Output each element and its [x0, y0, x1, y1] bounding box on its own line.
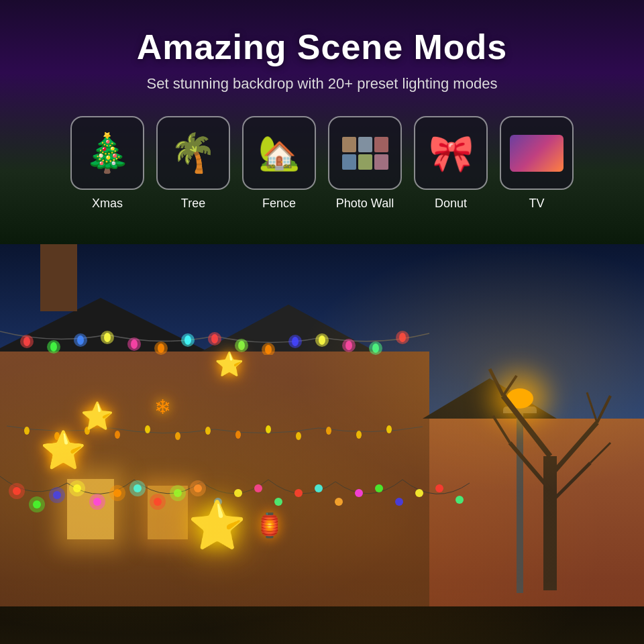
photo-cell-4: [342, 154, 356, 170]
svg-point-27: [342, 339, 356, 352]
scene-item-tv[interactable]: TV: [500, 116, 574, 211]
svg-point-83: [129, 480, 146, 496]
fence-icon-box[interactable]: 🏡: [242, 116, 316, 190]
photo-cell-2: [358, 137, 372, 152]
photo-cell-6: [374, 154, 388, 170]
fence-label: Fence: [262, 197, 296, 211]
svg-point-82: [109, 485, 125, 501]
svg-point-73: [395, 498, 403, 506]
svg-point-68: [294, 489, 303, 497]
svg-point-71: [355, 489, 363, 497]
top-section: Amazing Scene Mods Set stunning backdrop…: [0, 0, 644, 244]
svg-point-80: [69, 480, 85, 496]
svg-point-29: [396, 331, 409, 344]
svg-line-53: [590, 443, 610, 463]
svg-line-48: [490, 369, 503, 396]
svg-point-78: [29, 496, 45, 513]
tv-icon-box[interactable]: [500, 116, 574, 190]
tree-label: Tree: [181, 197, 205, 211]
xmas-icon-box[interactable]: 🎄: [70, 116, 144, 190]
svg-point-84: [150, 494, 166, 510]
svg-point-36: [205, 427, 211, 435]
svg-point-42: [386, 425, 392, 433]
svg-point-26: [315, 333, 329, 347]
svg-point-23: [235, 339, 248, 352]
svg-point-70: [335, 498, 343, 506]
photo-cell-5: [358, 154, 372, 170]
bare-tree: [483, 356, 617, 593]
tv-label: TV: [529, 197, 544, 211]
svg-point-85: [170, 485, 186, 501]
photo-cell-3: [374, 137, 388, 152]
svg-line-44: [503, 396, 550, 456]
photo-wall-label: Photo Wall: [336, 197, 394, 211]
svg-point-17: [74, 333, 87, 347]
star-decoration-3: ⭐: [215, 351, 244, 378]
svg-point-24: [262, 343, 275, 355]
svg-point-21: [181, 333, 195, 347]
star-decoration-1: ⭐: [80, 400, 114, 432]
donut-icon-box[interactable]: 🎀: [414, 116, 488, 190]
svg-point-22: [208, 332, 221, 345]
ground-glow: [0, 580, 644, 644]
svg-point-18: [101, 331, 114, 344]
svg-point-67: [274, 498, 282, 506]
svg-point-76: [455, 496, 464, 504]
xmas-label: Xmas: [92, 197, 123, 211]
svg-point-75: [435, 484, 443, 492]
large-star: ⭐: [188, 498, 246, 553]
svg-point-74: [415, 489, 423, 497]
svg-point-35: [175, 432, 180, 440]
svg-point-28: [369, 341, 382, 355]
svg-point-38: [266, 425, 271, 433]
svg-point-39: [296, 432, 301, 440]
svg-line-49: [503, 376, 517, 396]
svg-point-72: [375, 484, 383, 492]
photo-wall-icon-box[interactable]: [328, 116, 402, 190]
chimney: [40, 244, 77, 311]
svg-line-50: [597, 396, 610, 423]
svg-line-45: [550, 423, 597, 476]
scene-item-xmas[interactable]: 🎄 Xmas: [70, 116, 144, 211]
svg-point-37: [235, 431, 241, 439]
page-title: Amazing Scene Mods: [13, 27, 631, 67]
svg-point-33: [115, 431, 120, 439]
bottom-photo-section: ⭐ ⭐ ❄ ⭐ 🏮: [0, 244, 644, 644]
house-scene: ⭐ ⭐ ❄ ⭐ 🏮: [0, 244, 644, 644]
svg-point-79: [49, 487, 65, 503]
svg-point-86: [190, 480, 206, 496]
scene-item-fence[interactable]: 🏡 Fence: [242, 116, 316, 211]
svg-point-34: [145, 425, 150, 433]
star-decoration-2: ⭐: [40, 429, 87, 472]
page-subtitle: Set stunning backdrop with 20+ preset li…: [13, 75, 631, 93]
scene-item-donut[interactable]: 🎀 Donut: [414, 116, 488, 211]
svg-point-41: [356, 431, 362, 439]
svg-point-69: [315, 484, 323, 492]
svg-point-65: [234, 489, 242, 497]
bare-tree-svg: [483, 356, 617, 590]
svg-point-66: [254, 484, 262, 492]
svg-line-52: [493, 416, 510, 443]
svg-point-40: [326, 427, 331, 435]
tv-display: [510, 135, 564, 172]
svg-point-30: [24, 427, 30, 435]
scene-item-photo-wall[interactable]: Photo Wall: [328, 116, 402, 211]
scene-item-tree[interactable]: 🌴 Tree: [156, 116, 230, 211]
photo-wall-grid: [340, 135, 390, 172]
snowflake-1: ❄: [154, 395, 171, 419]
scene-items-container: 🎄 Xmas 🌴 Tree 🏡 Fence: [13, 116, 631, 211]
donut-label: Donut: [435, 197, 467, 211]
svg-line-51: [587, 392, 597, 423]
svg-point-16: [47, 340, 60, 354]
tree-icon-box[interactable]: 🌴: [156, 116, 230, 190]
svg-point-77: [9, 483, 25, 499]
svg-point-25: [288, 335, 302, 348]
svg-point-15: [20, 335, 34, 348]
svg-point-81: [89, 494, 105, 510]
photo-cell-1: [342, 137, 356, 152]
svg-point-20: [154, 341, 168, 355]
svg-point-19: [127, 337, 141, 351]
